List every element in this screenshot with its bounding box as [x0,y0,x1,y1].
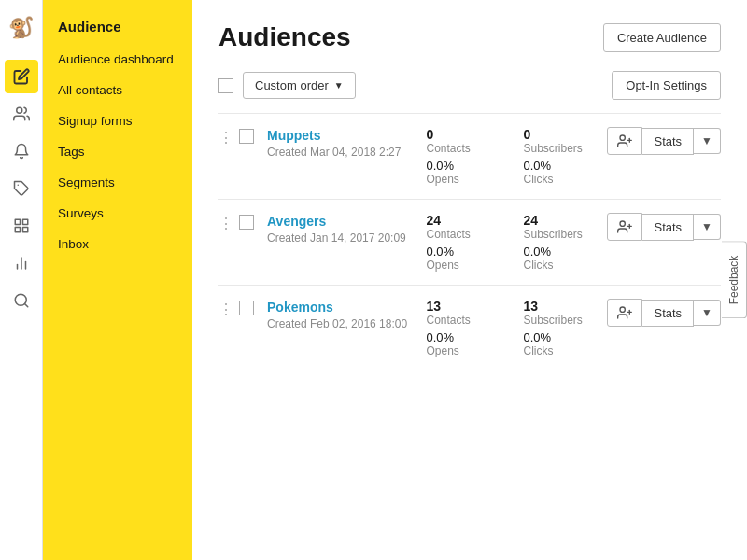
feedback-button[interactable]: Feedback [722,242,747,319]
audience-stats: 0 Contacts 0.0% Opens 0 Subscribers 0.0%… [416,127,598,186]
audience-created: Created Feb 02, 2016 18:00 [267,317,416,330]
svg-rect-2 [15,219,20,224]
people-icon[interactable] [5,97,38,131]
opens-pct: 0.0% [426,245,500,259]
clicks-pct: 0.0% [523,330,598,344]
row-checkbox[interactable] [239,301,254,315]
contacts-stat: 13 Contacts 0.0% Opens [426,299,500,357]
sidebar-title: Audience [43,9,192,44]
subscribers-count: 13 [523,299,598,314]
bell-icon[interactable] [5,134,38,168]
svg-point-11 [620,135,625,140]
drag-handle-icon[interactable]: ⋮ [218,127,239,147]
subscribers-stat: 13 Subscribers 0.0% Clicks [523,299,598,357]
row-actions: Stats ▼ [598,213,721,241]
select-all-checkbox[interactable] [218,78,233,93]
table-row: ⋮ Pokemons Created Feb 02, 2016 18:00 13… [218,285,721,371]
subscribers-label: Subscribers [523,314,598,327]
audience-name-link[interactable]: Pokemons [267,300,333,315]
contacts-count: 0 [426,127,500,142]
mailchimp-logo-icon[interactable]: 🐒 [5,11,38,45]
contacts-stat: 0 Contacts 0.0% Opens [426,127,500,186]
main-content: Audiences Create Audience Custom order ▼… [192,0,747,560]
row-checkbox[interactable] [239,215,254,230]
audience-created: Created Mar 04, 2018 2:27 [267,146,416,159]
contacts-label: Contacts [426,314,500,327]
opens-label: Opens [426,344,500,357]
subscribers-count: 24 [523,213,598,228]
sort-label: Custom order [255,78,329,92]
grid-icon[interactable] [5,209,38,243]
clicks-label: Clicks [523,173,598,186]
sidebar-item-contacts[interactable]: All contacts [43,75,192,105]
drag-handle-icon[interactable]: ⋮ [218,299,239,318]
stats-dropdown-button[interactable]: ▼ [694,214,721,240]
clicks-pct: 0.0% [523,245,598,259]
svg-line-10 [24,303,27,306]
contacts-label: Contacts [426,142,500,155]
audience-name-link[interactable]: Muppets [267,128,321,143]
subscribers-stat: 0 Subscribers 0.0% Clicks [523,127,598,186]
subscribers-label: Subscribers [523,228,598,241]
subscribers-label: Subscribers [523,142,598,155]
svg-point-17 [620,307,625,312]
create-audience-button[interactable]: Create Audience [603,23,721,52]
subscribers-stat: 24 Subscribers 0.0% Clicks [523,213,598,272]
chevron-down-icon: ▼ [334,80,344,91]
stats-button[interactable]: Stats [642,300,694,327]
contacts-count: 24 [426,213,500,228]
opens-pct: 0.0% [426,159,500,173]
opens-pct: 0.0% [426,330,500,344]
table-row: ⋮ Muppets Created Mar 04, 2018 2:27 0 Co… [218,113,721,199]
contacts-count: 13 [426,299,500,314]
contacts-stat: 24 Contacts 0.0% Opens [426,213,500,272]
icon-bar: 🐒 [0,0,43,560]
sidebar: Audience Audience dashboard All contacts… [43,0,192,560]
add-contact-button[interactable] [607,299,642,327]
sidebar-item-surveys[interactable]: Surveys [43,198,192,229]
subscribers-count: 0 [523,127,598,142]
toolbar: Custom order ▼ Opt-In Settings [218,71,721,100]
stats-dropdown-button[interactable]: ▼ [694,300,721,326]
chart-icon[interactable] [5,246,38,280]
sidebar-item-inbox[interactable]: Inbox [43,229,192,259]
drag-handle-icon[interactable]: ⋮ [218,213,239,232]
sidebar-item-segments[interactable]: Segments [43,167,192,198]
svg-point-0 [16,107,21,113]
sidebar-item-dashboard[interactable]: Audience dashboard [43,44,192,75]
stats-button[interactable]: Stats [642,128,694,155]
opens-label: Opens [426,259,500,272]
audience-info: Pokemons Created Feb 02, 2016 18:00 [254,299,416,330]
sort-button[interactable]: Custom order ▼ [243,72,356,99]
audience-stats: 13 Contacts 0.0% Opens 13 Subscribers 0.… [416,299,598,357]
stats-button[interactable]: Stats [642,214,694,241]
toolbar-left: Custom order ▼ [218,72,356,99]
stats-dropdown-button[interactable]: ▼ [694,128,721,154]
tag-icon[interactable] [5,172,38,205]
row-checkbox[interactable] [239,129,254,144]
clicks-pct: 0.0% [523,159,598,173]
add-contact-button[interactable] [607,213,642,241]
feedback-wrapper: Feedback [722,242,747,319]
contacts-label: Contacts [426,228,500,241]
add-contact-button[interactable] [607,127,642,155]
opt-in-settings-button[interactable]: Opt-In Settings [612,71,721,100]
page-title: Audiences [218,22,351,52]
audience-stats: 24 Contacts 0.0% Opens 24 Subscribers 0.… [416,213,598,272]
audience-info: Muppets Created Mar 04, 2018 2:27 [254,127,416,159]
clicks-label: Clicks [523,344,598,357]
audience-list: ⋮ Muppets Created Mar 04, 2018 2:27 0 Co… [218,113,721,371]
svg-point-14 [620,221,625,226]
main-header: Audiences Create Audience [218,22,721,52]
clicks-label: Clicks [523,259,598,272]
sidebar-item-signup[interactable]: Signup forms [43,105,192,136]
audience-info: Avengers Created Jan 14, 2017 20:09 [254,213,416,245]
search-icon[interactable] [5,284,38,317]
row-actions: Stats ▼ [598,299,721,327]
table-row: ⋮ Avengers Created Jan 14, 2017 20:09 24… [218,199,721,285]
audience-name-link[interactable]: Avengers [267,214,326,229]
svg-rect-4 [22,228,27,232]
edit-icon[interactable] [5,60,38,93]
sidebar-item-tags[interactable]: Tags [43,136,192,167]
svg-rect-3 [22,219,27,224]
